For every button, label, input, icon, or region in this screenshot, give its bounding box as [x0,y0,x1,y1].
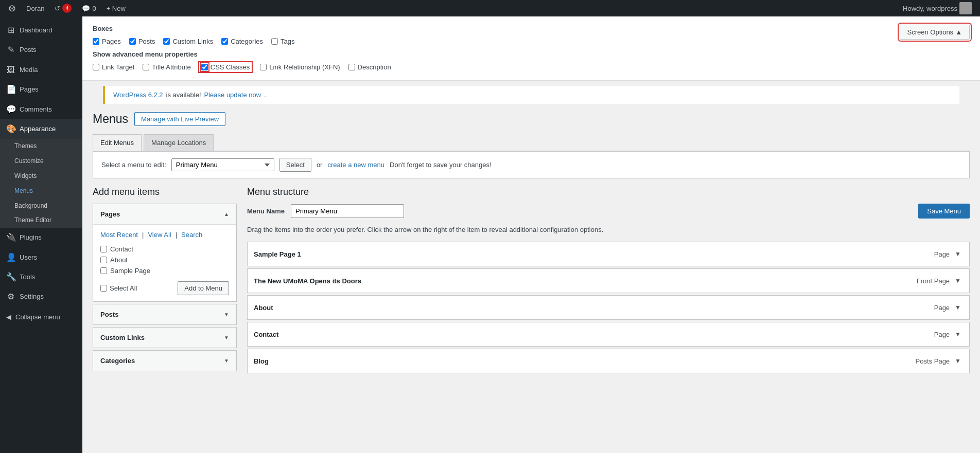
comments-sidebar-icon: 💬 [6,104,15,115]
item-expand-blog[interactable]: ▼ [953,356,963,366]
screen-options-panel: Boxes Pages Posts Custom L [82,16,980,81]
tools-icon: 🔧 [6,271,15,283]
updates-item[interactable]: ↺ 4 [50,0,76,16]
menu-item-blog: Blog Posts Page ▼ [247,349,970,373]
pages-most-recent-tab[interactable]: Most Recent [100,231,138,239]
pages-search-tab[interactable]: Search [181,231,202,239]
sidebar-item-customize[interactable]: Customize [0,154,82,169]
posts-checkbox[interactable] [129,38,136,45]
users-icon: 👤 [6,252,15,263]
wp-logo-item[interactable]: ⊛ [4,0,20,16]
pages-view-all-tab[interactable]: View All [148,231,171,239]
categories-checkbox[interactable] [221,38,228,45]
item-expand-sample-page-1[interactable]: ▼ [953,249,963,259]
categories-accordion-header[interactable]: Categories ▼ [93,351,236,371]
pages-accordion-header[interactable]: Pages ▲ [93,204,236,224]
menu-item-about: About Page ▼ [247,295,970,320]
posts-accordion-chevron: ▼ [224,312,229,317]
custom-links-accordion-label: Custom Links [100,334,145,341]
sidebar-item-appearance[interactable]: 🎨 Appearance [0,119,82,139]
css-classes-label: CSS Classes [211,63,250,71]
updates-badge: 4 [62,4,72,13]
sidebar-item-tools[interactable]: 🔧 Tools [0,267,82,287]
wp-version-link[interactable]: WordPress 6.2.2 [113,91,163,99]
sidebar-label-settings: Settings [20,292,44,301]
add-to-menu-button[interactable]: Add to Menu [178,281,229,295]
item-expand-new-umoma[interactable]: ▼ [953,276,963,285]
tab-manage-locations-label: Manage Locations [151,139,206,147]
link-rel-checkbox[interactable] [260,64,267,70]
save-menu-button[interactable]: Save Menu [918,204,970,219]
live-preview-button[interactable]: Manage with Live Preview [134,112,225,126]
screen-options-button[interactable]: Screen Options ▲ [900,25,970,40]
tags-checkbox-item: Tags [271,38,294,45]
create-new-menu-link[interactable]: create a new menu [327,161,384,169]
collapse-menu-item[interactable]: ◀ Collapse menu [0,307,82,327]
tab-manage-locations[interactable]: Manage Locations [144,134,214,151]
sidebar-item-background[interactable]: Background [0,198,82,213]
sidebar-item-media[interactable]: 🖼 Media [0,60,82,80]
description-label: Description [358,63,391,71]
sidebar-item-theme-editor[interactable]: Theme Editor [0,213,82,228]
menu-name-input[interactable]: Primary Menu [291,204,404,218]
update-notice: WordPress 6.2.2 is available! Please upd… [103,86,959,104]
tags-checkbox[interactable] [271,38,278,45]
title-attr-checkbox[interactable] [143,64,149,70]
pages-accordion-label: Pages [100,210,120,218]
menu-item-contact: Contact Page ▼ [247,322,970,347]
sidebar-item-themes[interactable]: Themes [0,139,82,154]
posts-checkbox-item: Posts [129,38,155,45]
comments-item[interactable]: 💬 0 [78,0,100,16]
menus-label: Menus [14,187,33,195]
page-check-about: About [100,255,229,265]
custom-links-accordion-header[interactable]: Custom Links ▼ [93,328,236,348]
item-label-new-umoma: The New UMoMA Opens its Doors [254,277,361,285]
link-target-checkbox[interactable] [93,64,99,70]
widgets-label: Widgets [14,172,37,180]
sidebar-item-pages[interactable]: 📄 Pages [0,80,82,99]
live-preview-label: Manage with Live Preview [141,115,219,123]
tab-edit-menus[interactable]: Edit Menus [93,134,142,151]
add-menu-items-sidebar: Add menu items Pages ▲ Most Recent | [93,187,237,375]
background-label: Background [14,202,47,210]
item-type-about: Page ▼ [934,303,963,312]
sidebar-item-users[interactable]: 👤 Users [0,248,82,267]
new-label: + New [107,5,126,12]
item-expand-about[interactable]: ▼ [953,303,963,312]
description-checkbox[interactable] [348,64,355,70]
sidebar-item-posts[interactable]: ✎ Posts [0,40,82,60]
page-checkbox-contact[interactable] [100,246,107,252]
sidebar-item-comments[interactable]: 💬 Comments [0,100,82,119]
tags-checkbox-label: Tags [281,38,294,45]
pages-accordion-chevron: ▲ [224,211,229,217]
select-menu-button[interactable]: Select [279,158,311,172]
css-classes-checkbox[interactable] [201,64,208,70]
new-content-item[interactable]: + New [102,0,130,16]
pages-checkbox[interactable] [93,38,99,45]
posts-accordion-header[interactable]: Posts ▼ [93,304,236,324]
sidebar-item-menus[interactable]: Menus [0,184,82,198]
page-check-sample: Sample Page [100,265,229,276]
select-all-checkbox[interactable] [100,285,107,292]
sidebar-item-widgets[interactable]: Widgets [0,169,82,184]
css-classes-checkbox-item: CSS Classes [199,62,252,72]
pages-accordion: Pages ▲ Most Recent | View All | Search [93,204,237,302]
menu-select-dropdown[interactable]: Primary Menu [171,158,274,171]
screen-options-chevron: ▲ [955,28,962,36]
item-expand-contact[interactable]: ▼ [953,330,963,339]
sidebar-item-plugins[interactable]: 🔌 Plugins [0,228,82,247]
page-checkbox-sample[interactable] [100,267,107,274]
sidebar-label-tools: Tools [20,273,35,282]
posts-icon: ✎ [6,44,15,56]
site-name-item[interactable]: Doran [22,0,48,16]
item-type-sample-page-1: Page ▼ [934,249,963,259]
custom-links-checkbox[interactable] [163,38,170,45]
update-now-link[interactable]: Please update now [204,91,261,99]
sidebar-item-dashboard[interactable]: ⊞ Dashboard [0,21,82,40]
sidebar-item-settings[interactable]: ⚙ Settings [0,287,82,306]
type-badge-blog: Posts Page [916,357,950,365]
page-checkbox-about[interactable] [100,257,107,263]
collapse-label: Collapse menu [15,313,60,321]
site-name: Doran [26,5,44,12]
item-label-about: About [254,304,273,312]
